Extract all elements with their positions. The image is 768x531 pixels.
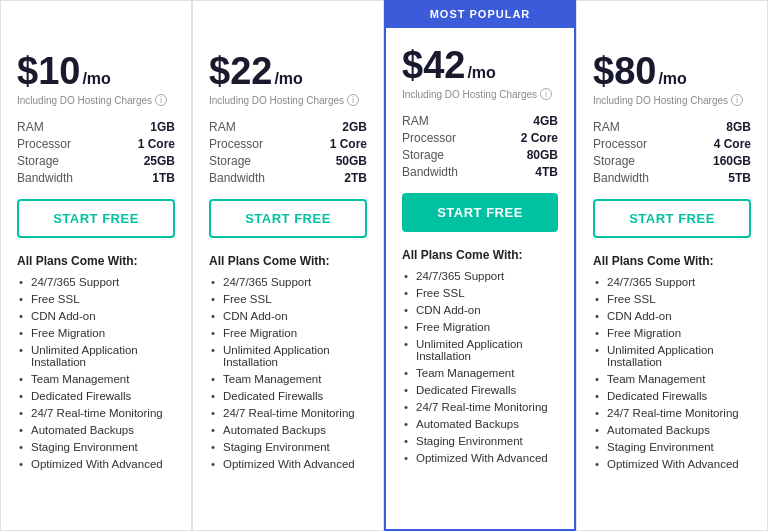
price-period: /mo — [82, 70, 110, 88]
feature-item: Automated Backups — [402, 418, 558, 430]
feature-item: 24/7 Real-time Monitoring — [593, 407, 751, 419]
feature-item: Unlimited Application Installation — [209, 344, 367, 368]
spec-row: Bandwidth 2TB — [209, 171, 367, 185]
spec-label: Processor — [402, 131, 456, 145]
spec-label: RAM — [17, 120, 44, 134]
plan-card-plan-80: $80 /mo Including DO Hosting Charges i R… — [576, 0, 768, 531]
start-free-button[interactable]: START FREE — [209, 199, 367, 238]
feature-item: Optimized With Advanced — [402, 452, 558, 464]
feature-item: 24/7/365 Support — [209, 276, 367, 288]
feature-item: Free Migration — [402, 321, 558, 333]
feature-item: Staging Environment — [17, 441, 175, 453]
feature-item: 24/7/365 Support — [593, 276, 751, 288]
info-icon[interactable]: i — [540, 88, 552, 100]
feature-item: CDN Add-on — [17, 310, 175, 322]
spec-label: Processor — [593, 137, 647, 151]
plan-content: $10 /mo Including DO Hosting Charges i R… — [1, 34, 191, 487]
features-title: All Plans Come With: — [209, 254, 367, 268]
popular-badge: MOST POPULAR — [386, 0, 574, 28]
features-list: 24/7/365 SupportFree SSLCDN Add-onFree M… — [402, 270, 558, 464]
spec-row: Storage 160GB — [593, 154, 751, 168]
feature-item: 24/7 Real-time Monitoring — [402, 401, 558, 413]
price-amount: $42 — [402, 46, 465, 84]
feature-item: Team Management — [17, 373, 175, 385]
spec-label: Bandwidth — [593, 171, 649, 185]
spec-value: 2TB — [344, 171, 367, 185]
spec-row: Storage 25GB — [17, 154, 175, 168]
feature-item: Free Migration — [593, 327, 751, 339]
spec-value: 80GB — [527, 148, 558, 162]
spec-value: 160GB — [713, 154, 751, 168]
info-icon[interactable]: i — [731, 94, 743, 106]
pricing-grid: $10 /mo Including DO Hosting Charges i R… — [0, 0, 768, 531]
spec-value: 4 Core — [714, 137, 751, 151]
feature-item: CDN Add-on — [593, 310, 751, 322]
price-row: $42 /mo — [402, 46, 558, 84]
start-free-button[interactable]: START FREE — [17, 199, 175, 238]
spec-row: Processor 1 Core — [17, 137, 175, 151]
feature-item: Free SSL — [593, 293, 751, 305]
info-icon[interactable]: i — [347, 94, 359, 106]
spec-value: 25GB — [144, 154, 175, 168]
features-list: 24/7/365 SupportFree SSLCDN Add-onFree M… — [17, 276, 175, 470]
feature-item: Free Migration — [209, 327, 367, 339]
specs-table: RAM 2GB Processor 1 Core Storage 50GB Ba… — [209, 120, 367, 185]
price-period: /mo — [658, 70, 686, 88]
info-icon[interactable]: i — [155, 94, 167, 106]
spec-label: Processor — [17, 137, 71, 151]
spec-label: RAM — [593, 120, 620, 134]
start-free-button[interactable]: START FREE — [593, 199, 751, 238]
feature-item: 24/7 Real-time Monitoring — [209, 407, 367, 419]
price-amount: $22 — [209, 52, 272, 90]
spec-row: RAM 8GB — [593, 120, 751, 134]
spec-value: 1 Core — [138, 137, 175, 151]
feature-item: Dedicated Firewalls — [593, 390, 751, 402]
feature-item: Optimized With Advanced — [593, 458, 751, 470]
spec-label: Storage — [593, 154, 635, 168]
spec-value: 4TB — [535, 165, 558, 179]
spec-value: 8GB — [726, 120, 751, 134]
specs-table: RAM 1GB Processor 1 Core Storage 25GB Ba… — [17, 120, 175, 185]
feature-item: Automated Backups — [17, 424, 175, 436]
plan-content: $22 /mo Including DO Hosting Charges i R… — [193, 34, 383, 487]
feature-item: Optimized With Advanced — [17, 458, 175, 470]
plan-content: $42 /mo Including DO Hosting Charges i R… — [386, 28, 574, 481]
feature-item: Free SSL — [17, 293, 175, 305]
spec-value: 1 Core — [330, 137, 367, 151]
spec-row: Storage 80GB — [402, 148, 558, 162]
feature-item: Team Management — [593, 373, 751, 385]
start-free-button[interactable]: START FREE — [402, 193, 558, 232]
feature-item: Staging Environment — [593, 441, 751, 453]
feature-item: Free SSL — [209, 293, 367, 305]
spec-value: 4GB — [533, 114, 558, 128]
feature-item: Unlimited Application Installation — [593, 344, 751, 368]
spec-row: RAM 2GB — [209, 120, 367, 134]
features-list: 24/7/365 SupportFree SSLCDN Add-onFree M… — [593, 276, 751, 470]
feature-item: Unlimited Application Installation — [17, 344, 175, 368]
plan-card-plan-10: $10 /mo Including DO Hosting Charges i R… — [0, 0, 192, 531]
plan-card-plan-42: MOST POPULAR $42 /mo Including DO Hostin… — [384, 0, 576, 531]
spec-row: Storage 50GB — [209, 154, 367, 168]
feature-item: CDN Add-on — [209, 310, 367, 322]
spec-row: Processor 1 Core — [209, 137, 367, 151]
feature-item: Unlimited Application Installation — [402, 338, 558, 362]
spec-row: Processor 2 Core — [402, 131, 558, 145]
price-period: /mo — [274, 70, 302, 88]
feature-item: Team Management — [402, 367, 558, 379]
spec-row: Bandwidth 1TB — [17, 171, 175, 185]
feature-item: CDN Add-on — [402, 304, 558, 316]
hosting-note: Including DO Hosting Charges i — [402, 88, 558, 100]
spec-row: Bandwidth 5TB — [593, 171, 751, 185]
feature-item: Dedicated Firewalls — [209, 390, 367, 402]
feature-item: Automated Backups — [209, 424, 367, 436]
spec-label: Storage — [402, 148, 444, 162]
features-title: All Plans Come With: — [402, 248, 558, 262]
feature-item: 24/7/365 Support — [17, 276, 175, 288]
price-row: $22 /mo — [209, 52, 367, 90]
features-title: All Plans Come With: — [593, 254, 751, 268]
feature-item: 24/7/365 Support — [402, 270, 558, 282]
spec-value: 50GB — [336, 154, 367, 168]
feature-item: Dedicated Firewalls — [402, 384, 558, 396]
price-row: $10 /mo — [17, 52, 175, 90]
hosting-note: Including DO Hosting Charges i — [17, 94, 175, 106]
